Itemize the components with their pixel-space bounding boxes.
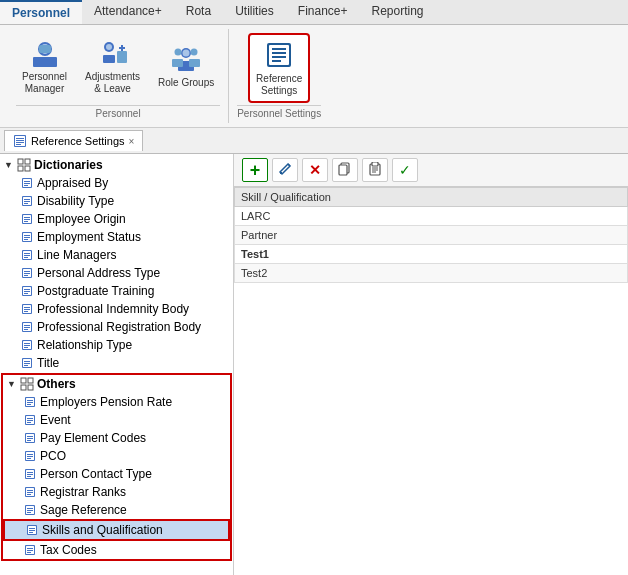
dictionaries-section: ▼ Dictionaries	[0, 156, 233, 372]
tab-finance[interactable]: Finance+	[286, 0, 360, 24]
tree-item-employers-pension-rate[interactable]: Employers Pension Rate	[3, 393, 230, 411]
reference-settings-button[interactable]: ReferenceSettings	[248, 33, 310, 103]
registrar-ranks-icon	[23, 485, 37, 499]
svg-rect-47	[24, 221, 28, 222]
check-button[interactable]: ✓	[392, 158, 418, 182]
svg-rect-57	[24, 257, 28, 258]
tree-item-pco[interactable]: PCO	[3, 447, 230, 465]
table-row[interactable]: LARC	[235, 207, 628, 226]
skills-qualification-icon	[25, 523, 39, 537]
employers-pension-rate-icon	[23, 395, 37, 409]
others-section: ▼ Others Employers	[1, 373, 232, 561]
table-cell: Partner	[235, 226, 628, 245]
others-grid-icon	[20, 377, 34, 391]
svg-rect-81	[24, 345, 30, 346]
tab-rota[interactable]: Rota	[174, 0, 223, 24]
event-label: Event	[40, 413, 71, 427]
svg-rect-115	[27, 474, 33, 475]
tree-item-event[interactable]: Event	[3, 411, 230, 429]
pay-element-codes-label: Pay Element Codes	[40, 431, 146, 445]
tree-item-tax-codes[interactable]: Tax Codes	[3, 541, 230, 559]
svg-rect-89	[28, 378, 33, 383]
svg-rect-7	[117, 51, 127, 63]
dictionaries-label: Dictionaries	[34, 158, 103, 172]
svg-rect-35	[24, 181, 30, 182]
table-row[interactable]: Test2	[235, 264, 628, 283]
svg-point-5	[106, 44, 112, 50]
table-row[interactable]: Test1	[235, 245, 628, 264]
tree-item-postgraduate-training[interactable]: Postgraduate Training	[0, 282, 233, 300]
disability-type-icon	[20, 194, 34, 208]
tree-item-professional-registration-body[interactable]: Professional Registration Body	[0, 318, 233, 336]
reference-settings-tab[interactable]: Reference Settings ×	[4, 130, 143, 151]
data-table: Skill / Qualification LARCPartnerTest1Te…	[234, 187, 628, 575]
table-row[interactable]: Partner	[235, 226, 628, 245]
tree-item-skills-qualification[interactable]: Skills and Qualification	[3, 519, 230, 541]
svg-rect-75	[24, 325, 30, 326]
tree-item-title[interactable]: Title	[0, 354, 233, 372]
tree-item-registrar-ranks[interactable]: Registrar Ranks	[3, 483, 230, 501]
tree-item-disability-type[interactable]: Disability Type	[0, 192, 233, 210]
tree-item-appraised-by[interactable]: Appraised By	[0, 174, 233, 192]
data-panel: + ✕	[234, 154, 628, 575]
copy-icon	[338, 162, 352, 178]
title-label: Title	[37, 356, 59, 370]
person-contact-type-label: Person Contact Type	[40, 467, 152, 481]
personnel-group-items: PersonnelManager Adjustme	[16, 33, 220, 99]
dictionaries-root[interactable]: ▼ Dictionaries	[0, 156, 233, 174]
paste-button[interactable]	[362, 158, 388, 182]
tree-item-employment-status[interactable]: Employment Status	[0, 228, 233, 246]
add-button[interactable]: +	[242, 158, 268, 182]
tab-reporting[interactable]: Reporting	[360, 0, 436, 24]
svg-point-13	[175, 49, 182, 56]
tree-item-person-contact-type[interactable]: Person Contact Type	[3, 465, 230, 483]
tab-personnel[interactable]: Personnel	[0, 0, 82, 24]
svg-rect-119	[27, 490, 33, 491]
postgraduate-training-icon	[20, 284, 34, 298]
personnel-settings-items: ReferenceSettings	[248, 33, 310, 103]
professional-indemnity-body-label: Professional Indemnity Body	[37, 302, 189, 316]
svg-rect-138	[339, 165, 347, 175]
tree-item-personal-address-type[interactable]: Personal Address Type	[0, 264, 233, 282]
paste-icon	[368, 162, 382, 178]
svg-rect-88	[21, 378, 26, 383]
main-area: Reference Settings × ▼	[0, 128, 628, 575]
svg-rect-131	[29, 532, 33, 533]
reference-settings-icon	[263, 39, 295, 71]
personal-address-type-label: Personal Address Type	[37, 266, 160, 280]
edit-button[interactable]	[272, 158, 298, 182]
tab-icon	[13, 134, 27, 148]
svg-rect-46	[24, 219, 30, 220]
tax-codes-label: Tax Codes	[40, 543, 97, 557]
data-toolbar: + ✕	[234, 154, 628, 187]
employee-origin-icon	[20, 212, 34, 226]
role-groups-button[interactable]: Role Groups	[152, 33, 220, 99]
adjustments-leave-button[interactable]: Adjustments& Leave	[79, 33, 146, 99]
tab-utilities[interactable]: Utilities	[223, 0, 286, 24]
others-label: Others	[37, 377, 76, 391]
pco-icon	[23, 449, 37, 463]
tree-item-pay-element-codes[interactable]: Pay Element Codes	[3, 429, 230, 447]
tree-item-line-managers[interactable]: Line Managers	[0, 246, 233, 264]
tree-item-employee-origin[interactable]: Employee Origin	[0, 210, 233, 228]
svg-rect-14	[172, 59, 183, 67]
personal-address-type-icon	[20, 266, 34, 280]
disability-type-label: Disability Type	[37, 194, 114, 208]
svg-rect-85	[24, 361, 30, 362]
role-groups-label: Role Groups	[158, 77, 214, 89]
personnel-manager-button[interactable]: PersonnelManager	[16, 33, 73, 99]
svg-rect-126	[27, 512, 31, 513]
tab-close-button[interactable]: ×	[129, 136, 135, 147]
copy-button[interactable]	[332, 158, 358, 182]
svg-rect-36	[24, 183, 30, 184]
tree-item-professional-indemnity-body[interactable]: Professional Indemnity Body	[0, 300, 233, 318]
tree-item-relationship-type[interactable]: Relationship Type	[0, 336, 233, 354]
svg-rect-121	[27, 494, 31, 495]
tree-item-sage-reference[interactable]: Sage Reference	[3, 501, 230, 519]
svg-rect-95	[27, 402, 33, 403]
others-root[interactable]: ▼ Others	[3, 375, 230, 393]
delete-button[interactable]: ✕	[302, 158, 328, 182]
svg-rect-125	[27, 510, 33, 511]
svg-rect-65	[24, 289, 30, 290]
tab-attendance[interactable]: Attendance+	[82, 0, 174, 24]
